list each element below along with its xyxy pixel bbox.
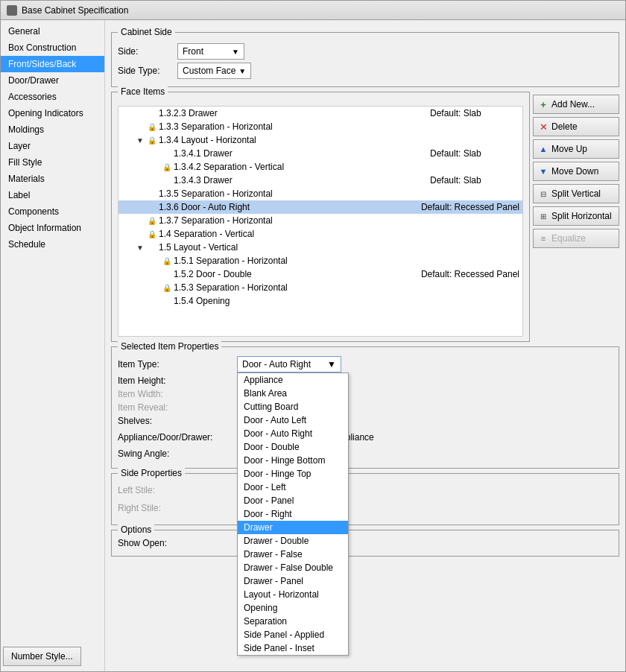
item-reveal-row: Item Reveal: bbox=[118, 402, 613, 413]
content-area: General Box Construction Front/Sides/Bac… bbox=[1, 20, 625, 671]
show-open-row: Show Open: Drawers bbox=[118, 538, 613, 548]
dropdown-menu-item[interactable]: Door - Panel bbox=[238, 494, 348, 507]
options-title: Options bbox=[118, 524, 154, 535]
dropdown-menu-item[interactable]: Separation bbox=[238, 615, 348, 628]
sidebar-item-label[interactable]: Label bbox=[1, 187, 104, 203]
dropdown-menu-item[interactable]: Drawer - False bbox=[238, 548, 348, 561]
lock-icon: 🔒 bbox=[148, 217, 156, 225]
dropdown-menu-item[interactable]: Drawer - Panel bbox=[238, 574, 348, 588]
sidebar-item-layer[interactable]: Layer bbox=[1, 138, 104, 154]
tree-item[interactable]: 🔒1.3.3 Separation - Horizontal bbox=[118, 120, 522, 133]
item-width-row: Item Width: Width: 13 53/64" bbox=[118, 389, 613, 399]
side-type-value: Custom Face bbox=[183, 66, 235, 76]
equalize-button[interactable]: ≡ Equalize bbox=[533, 229, 619, 248]
split-horizontal-button[interactable]: ⊞ Split Horizontal bbox=[533, 206, 619, 226]
face-items-tree[interactable]: 🔒1.3.2.3 DrawerDefault: Slab 🔒1.3.3 Sepa… bbox=[118, 106, 523, 337]
tree-item[interactable]: 🔒1.3.6 Door - Auto RightDefault: Recesse… bbox=[118, 200, 522, 214]
split-vertical-button[interactable]: ⊟ Split Vertical bbox=[533, 184, 619, 203]
side-dropdown[interactable]: Front ▼ bbox=[177, 43, 244, 60]
tree-item[interactable]: 🔒1.3.4.2 Separation - Vertical bbox=[118, 160, 522, 174]
item-type-row: Item Type: Door - Auto Right ▼ Appliance… bbox=[118, 356, 613, 373]
dropdown-menu-item[interactable]: Drawer bbox=[238, 521, 348, 534]
side-dropdown-arrow: ▼ bbox=[232, 48, 239, 56]
dropdown-menu-item[interactable]: Door - Auto Left bbox=[238, 413, 348, 427]
face-items-title: Face Items bbox=[118, 86, 168, 97]
sidebar-item-components[interactable]: Components bbox=[1, 203, 104, 220]
item-name: 1.5.2 Door - Double bbox=[174, 269, 409, 279]
dropdown-menu-item[interactable]: Door - Hinge Bottom bbox=[238, 454, 348, 467]
dropdown-menu-item[interactable]: Opening bbox=[238, 601, 348, 615]
expand-icon[interactable]: ▼ bbox=[136, 244, 145, 252]
sidebar-item-materials[interactable]: Materials bbox=[1, 171, 104, 187]
tree-item[interactable]: ▼🔒1.5 Layout - Vertical bbox=[118, 241, 522, 254]
sidebar-item-accessories[interactable]: Accessories bbox=[1, 89, 104, 105]
dropdown-menu-item[interactable]: Door - Hinge Top bbox=[238, 467, 348, 481]
move-down-label: Move Down bbox=[551, 166, 598, 177]
add-new-button[interactable]: + Add New... bbox=[533, 95, 619, 114]
number-style-button[interactable]: Number Style... bbox=[3, 647, 81, 666]
item-name: 1.5.1 Separation - Horizontal bbox=[174, 256, 519, 266]
main-panel: Cabinet Side Side: Front ▼ Side Type: Cu… bbox=[105, 20, 625, 671]
equalize-icon: ≡ bbox=[538, 233, 548, 244]
dropdown-menu-item[interactable]: Side Panel - Inset bbox=[238, 641, 348, 655]
tree-item[interactable]: ▼🔒1.3.4 Layout - Horizontal bbox=[118, 133, 522, 147]
split-horizontal-label: Split Horizontal bbox=[551, 211, 612, 221]
dropdown-menu-item[interactable]: Door - Double bbox=[238, 440, 348, 454]
delete-icon: ✕ bbox=[538, 121, 548, 132]
dropdown-menu-item[interactable]: Door - Left bbox=[238, 481, 348, 494]
side-type-dropdown[interactable]: Custom Face ▼ bbox=[177, 63, 251, 79]
lock-icon: 🔒 bbox=[148, 136, 156, 145]
tree-item[interactable]: 🔒1.3.7 Separation - Horizontal bbox=[118, 214, 522, 227]
move-up-icon: ▲ bbox=[538, 144, 548, 154]
dropdown-menu-item[interactable]: Door - Right bbox=[238, 507, 348, 521]
tree-item[interactable]: 🔒1.3.2.3 DrawerDefault: Slab bbox=[118, 107, 522, 120]
item-type-dropdown[interactable]: Door - Auto Right ▼ bbox=[237, 356, 341, 373]
dropdown-menu-item[interactable]: Appliance bbox=[238, 373, 348, 387]
sidebar-item-door-drawer[interactable]: Door/Drawer bbox=[1, 72, 104, 89]
dropdown-menu-item[interactable]: Door - Auto Right bbox=[238, 427, 348, 440]
move-down-button[interactable]: ▼ Move Down bbox=[533, 162, 619, 181]
tree-item[interactable]: 🔒1.3.4.3 DrawerDefault: Slab bbox=[118, 174, 522, 187]
item-default: Default: Slab bbox=[430, 175, 519, 186]
dropdown-menu-item[interactable]: Drawer - False Double bbox=[238, 561, 348, 574]
tree-item[interactable]: 🔒1.3.5 Separation - Horizontal bbox=[118, 187, 522, 200]
dropdown-menu-item[interactable]: Drawer - Double bbox=[238, 534, 348, 548]
dropdown-menu-item[interactable]: Cutting Board bbox=[238, 400, 348, 413]
sidebar-item-front-sides-back[interactable]: Front/Sides/Back bbox=[1, 56, 104, 72]
titlebar: Base Cabinet Specification bbox=[1, 1, 625, 20]
sidebar-item-moldings[interactable]: Moldings bbox=[1, 121, 104, 138]
delete-button[interactable]: ✕ Delete bbox=[533, 117, 619, 136]
dropdown-menu-item[interactable]: Side Panel - Applied bbox=[238, 628, 348, 641]
tree-item[interactable]: 🔒1.5.3 Separation - Horizontal bbox=[118, 281, 522, 294]
sidebar-item-opening-indicators[interactable]: Opening Indicators bbox=[1, 105, 104, 121]
tree-item[interactable]: 🔒1.3.4.1 DrawerDefault: Slab bbox=[118, 147, 522, 160]
face-items-area: Face Items 🔒1.3.2.3 DrawerDefault: Slab … bbox=[111, 92, 619, 342]
item-name: 1.3.3 Separation - Horizontal bbox=[159, 121, 519, 132]
side-type-row: Side Type: Custom Face ▼ bbox=[118, 63, 613, 79]
tree-item[interactable]: 🔒1.5.2 Door - DoubleDefault: Recessed Pa… bbox=[118, 267, 522, 281]
sidebar-item-object-information[interactable]: Object Information bbox=[1, 220, 104, 236]
tree-item[interactable]: 🔒1.4 Separation - Vertical bbox=[118, 227, 522, 241]
move-up-button[interactable]: ▲ Move Up bbox=[533, 139, 619, 159]
dropdown-menu-item[interactable]: Blank Area bbox=[238, 387, 348, 400]
dropdown-menu-item[interactable]: Layout - Horizontal bbox=[238, 588, 348, 601]
side-label: Side: bbox=[118, 46, 177, 57]
item-type-label: Item Type: bbox=[118, 359, 237, 370]
sidebar-item-general[interactable]: General bbox=[1, 23, 104, 39]
sidebar-item-schedule[interactable]: Schedule bbox=[1, 236, 104, 253]
right-stile-row: Right Stile: ⇅ bbox=[118, 501, 613, 516]
item-name: 1.4 Separation - Vertical bbox=[159, 229, 519, 239]
split-vertical-label: Split Vertical bbox=[551, 188, 601, 199]
item-name: 1.3.2.3 Drawer bbox=[159, 108, 418, 118]
appliance-label: Appliance/Door/Drawer: bbox=[118, 432, 237, 443]
item-type-menu[interactable]: ApplianceBlank AreaCutting BoardDoor - A… bbox=[237, 373, 349, 656]
tree-item[interactable]: 🔒1.5.4 Opening bbox=[118, 294, 522, 308]
tree-item[interactable]: 🔒1.5.1 Separation - Horizontal bbox=[118, 254, 522, 267]
sidebar-item-fill-style[interactable]: Fill Style bbox=[1, 154, 104, 171]
move-down-icon: ▼ bbox=[538, 166, 548, 177]
expand-icon[interactable]: ▼ bbox=[136, 136, 145, 145]
item-name: 1.3.4 Layout - Horizontal bbox=[159, 135, 519, 145]
sidebar-item-box-construction[interactable]: Box Construction bbox=[1, 39, 104, 56]
cabinet-side-group: Cabinet Side Side: Front ▼ Side Type: Cu… bbox=[111, 32, 619, 87]
item-name: 1.3.7 Separation - Horizontal bbox=[159, 215, 519, 226]
